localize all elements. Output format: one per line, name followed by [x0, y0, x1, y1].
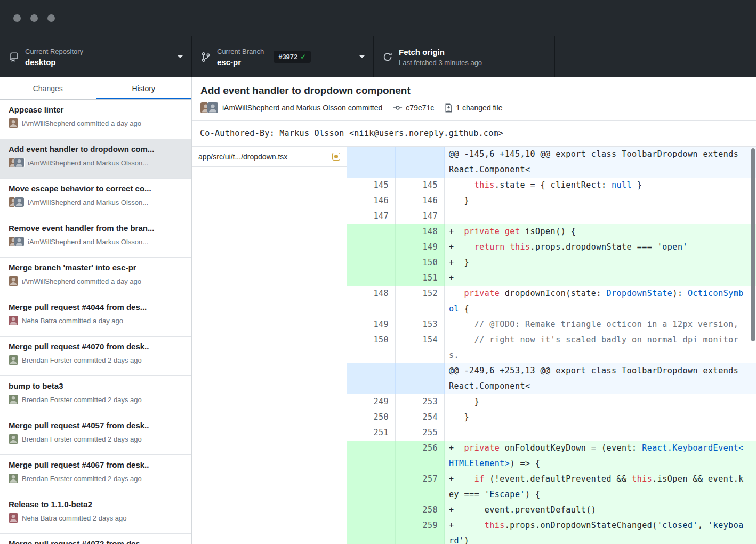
avatar: [9, 434, 18, 444]
commit-list-item[interactable]: Merge pull request #4072 from des...: [0, 534, 191, 544]
commit-list[interactable]: Appease linteriAmWillShepherd committed …: [0, 100, 191, 544]
commit-list-item[interactable]: Add event handler to dropdown com...iAmW…: [0, 139, 191, 179]
git-branch-icon: [200, 52, 211, 62]
code-line: + private get isOpen() {: [445, 224, 756, 239]
commit-meta: iAmWillShepherd committed a day ago: [9, 276, 183, 286]
tab-history[interactable]: History: [96, 77, 192, 99]
commit-list-item[interactable]: Appease linteriAmWillShepherd committed …: [0, 100, 191, 139]
commit-avatars: [9, 158, 24, 167]
avatar: [207, 102, 218, 113]
code-line: + event.preventDefault(): [445, 502, 756, 518]
diff-context-line: 251255: [347, 425, 756, 441]
code-line: @@ -249,6 +253,13 @@ export class Toolba…: [445, 363, 756, 394]
commit-meta-text: Neha Batra committed a day ago: [22, 317, 123, 325]
diff-context-line: 249253 }: [347, 394, 756, 410]
diff-hunk-row: @@ -145,6 +145,10 @@ export class Toolba…: [347, 147, 756, 178]
diff-context-line: 147147: [347, 209, 756, 224]
code-line: [445, 209, 756, 224]
avatar: [9, 316, 18, 325]
app-window: Current Repository desktop Current Branc…: [0, 0, 756, 544]
commit-list-item[interactable]: Merge pull request #4057 from desk..Bren…: [0, 415, 191, 455]
titlebar: [0, 0, 756, 36]
commit-title: Merge pull request #4044 from des...: [9, 302, 183, 311]
diff-area: app/src/ui/t.../dropdown.tsx @@ -145,6 +…: [192, 147, 756, 544]
window-close-button[interactable]: [13, 14, 21, 22]
chevron-down-icon: [359, 55, 365, 58]
commit-list-item[interactable]: Merge branch 'master' into esc-priAmWill…: [0, 258, 191, 297]
fetch-origin-button[interactable]: Fetch origin Last fetched 3 minutes ago: [374, 36, 555, 77]
commit-list-item[interactable]: Merge pull request #4067 from desk..Bren…: [0, 455, 191, 494]
commit-title: Merge pull request #4067 from desk..: [9, 460, 183, 469]
commit-list-item[interactable]: Remove event handler from the bran...iAm…: [0, 218, 191, 258]
commit-list-item[interactable]: Release to 1.1.0-beta2Neha Batra committ…: [0, 494, 191, 534]
commit-meta: iAmWillShepherd and Markus Olsson...: [9, 158, 183, 167]
old-line-number: 148: [347, 286, 396, 317]
old-line-number: 249: [347, 394, 396, 410]
code-line: + private onFoldoutKeyDown = (event: Rea…: [445, 441, 756, 471]
commit-title: Merge branch 'master' into esc-pr: [9, 263, 183, 272]
commit-list-item[interactable]: Move escape behavior to correct co...iAm…: [0, 179, 191, 218]
commit-authors-text: iAmWillShepherd and Markus Olsson commit…: [222, 103, 382, 112]
last-fetched-text: Last fetched 3 minutes ago: [399, 59, 482, 67]
avatar: [14, 237, 24, 246]
toolbar: Current Repository desktop Current Branc…: [0, 36, 756, 77]
window-zoom-button[interactable]: [47, 14, 55, 22]
file-list-item[interactable]: app/src/ui/t.../dropdown.tsx: [192, 147, 347, 167]
commit-meta: Neha Batra committed a day ago: [9, 316, 183, 325]
diff-hunk-row: @@ -249,6 +253,13 @@ export class Toolba…: [347, 363, 756, 394]
code-line: @@ -145,6 +145,10 @@ export class Toolba…: [445, 147, 756, 178]
window-minimize-button[interactable]: [30, 14, 38, 22]
tab-changes[interactable]: Changes: [0, 77, 96, 99]
new-line-number: 150: [396, 255, 445, 270]
git-commit-icon: [393, 103, 403, 113]
commit-list-item[interactable]: Merge pull request #4044 from des...Neha…: [0, 297, 191, 337]
byline-avatars: [200, 102, 218, 113]
commit-title: bump to beta3: [9, 381, 183, 390]
pr-check-passed-icon: ✓: [300, 53, 306, 61]
code-line: + this.props.onDropdownStateChanged('clo…: [445, 518, 756, 544]
diff-added-line: 151+: [347, 270, 756, 286]
avatar: [9, 395, 18, 404]
new-line-number: 258: [396, 502, 445, 518]
scrollbar-thumb[interactable]: [751, 148, 755, 341]
new-line-number: 152: [396, 286, 445, 317]
new-line-number: 148: [396, 224, 445, 239]
old-line-number: [347, 255, 396, 270]
commit-avatars: [9, 474, 18, 483]
code-line: // @TODO: Remake triangle octicon in a 1…: [445, 317, 756, 332]
new-line-number: 146: [396, 193, 445, 209]
old-line-number: [347, 147, 396, 178]
code-line: + return this.props.dropdownState === 'o…: [445, 239, 756, 255]
code-line: }: [445, 410, 756, 425]
code-line: this.state = { clientRect: null }: [445, 178, 756, 193]
code-line: }: [445, 193, 756, 209]
changed-files-group: 1 changed file: [445, 103, 502, 113]
commit-list-item[interactable]: bump to beta3Brendan Forster committed 2…: [0, 376, 191, 415]
commit-avatars: [9, 355, 18, 365]
new-line-number: 147: [396, 209, 445, 224]
commit-meta-text: iAmWillShepherd committed a day ago: [22, 119, 141, 127]
diff-context-line: 148152 private dropdownIcon(state: Dropd…: [347, 286, 756, 317]
file-list: app/src/ui/t.../dropdown.tsx: [192, 147, 347, 544]
current-branch-button[interactable]: Current Branch esc-pr #3972 ✓: [192, 36, 374, 77]
diff-context-line: 145145 this.state = { clientRect: null }: [347, 178, 756, 193]
commit-description: Co-Authored-By: Markus Olsson <niik@user…: [192, 121, 756, 147]
new-line-number: 259: [396, 518, 445, 544]
main-panel: Add event handler to dropdown component …: [192, 77, 756, 544]
commit-list-item[interactable]: Merge pull request #4070 from desk..Bren…: [0, 337, 191, 376]
avatar: [9, 513, 18, 523]
old-line-number: [347, 363, 396, 394]
current-repository-button[interactable]: Current Repository desktop: [0, 36, 192, 77]
content-area: Changes History Appease linteriAmWillShe…: [0, 77, 756, 544]
code-line: // right now it's scaled badly on normal…: [445, 332, 756, 363]
diff-view[interactable]: @@ -145,6 +145,10 @@ export class Toolba…: [347, 147, 756, 544]
new-line-number: [396, 363, 445, 394]
diff-added-line: 259+ this.props.onDropdownStateChanged('…: [347, 518, 756, 544]
avatar: [9, 118, 18, 128]
diff-context-line: 149153 // @TODO: Remake triangle octicon…: [347, 317, 756, 332]
new-line-number: 145: [396, 178, 445, 193]
chevron-down-icon: [178, 55, 183, 58]
old-line-number: [347, 239, 396, 255]
current-repository-label: Current Repository: [25, 47, 83, 55]
diff-context-line: 250254 }: [347, 410, 756, 425]
